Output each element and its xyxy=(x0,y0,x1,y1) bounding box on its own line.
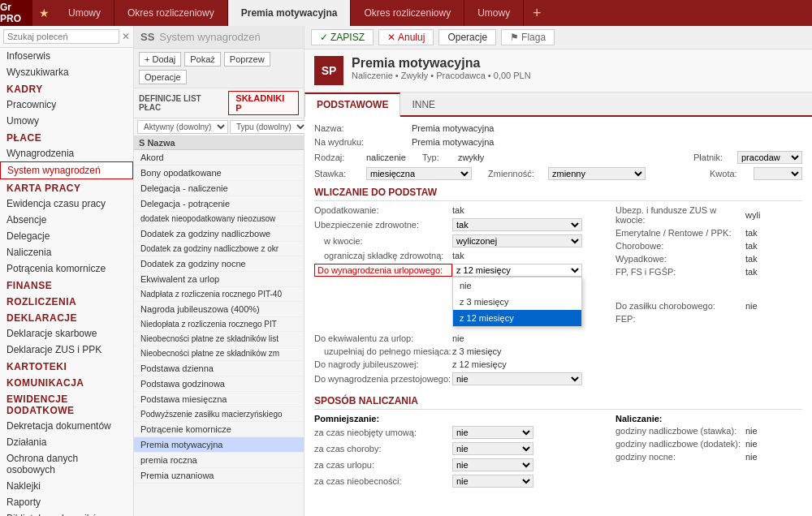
list-item[interactable]: Podwyższenie zasiłku macierzyńskiego xyxy=(134,407,304,422)
top-tab-umowy-2[interactable]: Umowy xyxy=(464,0,524,26)
sidebar-item-naliczenia[interactable]: Naliczenia xyxy=(0,244,133,260)
przestojowego-select[interactable]: nie xyxy=(452,372,582,385)
sidebar-item-biblioteka[interactable]: Biblioteka załączników xyxy=(0,510,133,516)
option-nie[interactable]: nie xyxy=(453,277,581,294)
wyn-urlopowe-select[interactable]: z 12 miesięcy xyxy=(452,264,582,277)
list-item[interactable]: Podstawa godzinowa xyxy=(134,376,304,392)
mid-col-header: S Nazwa xyxy=(134,136,304,150)
list-item[interactable]: Dodatek za godziny nocne xyxy=(134,256,304,272)
option-12m[interactable]: z 12 miesięcy xyxy=(453,310,581,326)
list-item[interactable]: Nadpłata z rozliczenia rocznego PIT-40 xyxy=(134,287,304,302)
sidebar-item-absencje[interactable]: Absencje xyxy=(0,212,133,228)
pin-icon[interactable]: ★ xyxy=(32,0,55,26)
list-item[interactable]: Nieobecności płatne ze składników zm xyxy=(134,346,304,361)
sidebar-item-ochrona[interactable]: Ochrona danych osobowych xyxy=(0,450,133,478)
wyn-urlopowe-options[interactable]: nie z 3 miesięcy z 12 miesięcy xyxy=(452,277,582,327)
ubezpieczenie-label: Ubezpieczenie zdrowotne: xyxy=(314,220,452,230)
top-tab-premia[interactable]: Premia motywacyjna xyxy=(228,0,352,26)
nagrody-label: Do nagrody jubileuszowej: xyxy=(314,359,452,369)
wyn-urlopowe-dropdown[interactable]: z 12 miesięcy nie z 3 miesięcy z 12 mies… xyxy=(452,264,582,277)
list-item[interactable]: Niedopłata z rozliczenia rocznego PIT xyxy=(134,317,304,332)
cancel-button[interactable]: ✕ Anuluj xyxy=(378,29,434,45)
sidebar-item-dekretacja[interactable]: Dekretacja dokumentów xyxy=(0,418,133,434)
sidebar-item-infoserwis[interactable]: Infoserwis xyxy=(0,48,133,64)
naliczanie-col: Naliczanie: godziny nadliczbowe (stawka)… xyxy=(615,414,802,491)
sidebar-item-pracownicy[interactable]: Pracownicy xyxy=(0,97,133,113)
nadliczbowe-stawka-value: nie xyxy=(745,426,758,436)
sidebar-item-dekl-zus[interactable]: Deklaracje ZUS i PPK xyxy=(0,342,133,358)
list-item[interactable]: dodatek nieopodatkowany nieozusow xyxy=(134,212,304,226)
sidebar-item-dekl-skarbowe[interactable]: Deklaracje skarbowe xyxy=(0,325,133,342)
sidebar-item-dzialania[interactable]: Działania xyxy=(0,434,133,450)
middle-panel: SS System wynagrodzeń + Dodaj Pokaż Popr… xyxy=(134,26,304,516)
list-item[interactable]: Premia uznaniowa xyxy=(134,468,304,484)
list-item[interactable]: Nieobecności płatne ze składników list xyxy=(134,332,304,346)
list-item[interactable]: Dodatek za godziny nadliczbowe z okr xyxy=(134,242,304,256)
rodzaj-row: Rodzaj: naliczenie Typ: zwykły Płatnik: … xyxy=(314,151,802,164)
platnik-select[interactable]: pracodaw xyxy=(737,151,802,164)
kwota-select[interactable] xyxy=(754,167,802,180)
list-item[interactable]: Podstawa miesięczna xyxy=(134,392,304,407)
nazwa-row: Nazwa: Premia motywacyjna xyxy=(314,123,802,133)
sidebar-pin-icon[interactable]: ✕ xyxy=(122,31,130,42)
stawka-select[interactable]: miesięczna xyxy=(366,167,472,180)
flag-button[interactable]: ⚑ Flaga xyxy=(501,29,555,45)
wkwocie-select[interactable]: wyliczonej xyxy=(452,234,582,247)
ubezpieczenie-row: Ubezpieczenie zdrowotne: tak xyxy=(314,218,607,231)
add-tab-button[interactable]: + xyxy=(524,0,550,26)
typ-filter[interactable]: Typu (dowolny) xyxy=(230,120,308,134)
list-item[interactable]: Delegacja - potrącenie xyxy=(134,196,304,212)
skladniki-tab[interactable]: SKŁADNIKI P xyxy=(228,91,299,115)
list-item[interactable]: premia roczna xyxy=(134,453,304,468)
option-3m[interactable]: z 3 miesięcy xyxy=(453,294,581,310)
ops-button[interactable]: Operacje xyxy=(139,70,187,84)
list-item-premia-mot[interactable]: Premia motywacyjna xyxy=(134,437,304,453)
wliczanie-right: Ubezp. i fundusze ZUS w kwocie: wyli Eme… xyxy=(615,205,802,389)
sidebar-item-ewidencja[interactable]: Ewidencja czasu pracy xyxy=(0,196,133,212)
tab-inne[interactable]: INNE xyxy=(400,92,447,115)
mid-list: Akord Bony opodatkowane Delegacja - nali… xyxy=(134,150,304,516)
sidebar-item-delegacje[interactable]: Delegacje xyxy=(0,228,133,244)
list-item[interactable]: Delegacja - naliczenie xyxy=(134,181,304,196)
sidebar-item-wyszukiwarka[interactable]: Wyszukiwarka xyxy=(0,64,133,80)
zmiennosc-select[interactable]: zmienny xyxy=(548,167,646,180)
prev-button[interactable]: Poprzew xyxy=(224,52,270,67)
top-tab-umowy-1[interactable]: Umowy xyxy=(55,0,114,26)
list-item[interactable]: Bony opodatkowane xyxy=(134,166,304,181)
pomniejszanie-col: Pomniejszanie: za czas nieobjęty umową: … xyxy=(314,414,599,491)
list-item[interactable]: Podstawa dzienna xyxy=(134,361,304,376)
tab-podstawowe[interactable]: PODSTAWOWE xyxy=(304,92,400,117)
emerytalny-label: Emerytalne / Rentowe / PPK: xyxy=(615,228,745,238)
list-item[interactable]: Dodatek za godziny nadliczbowe xyxy=(134,226,304,242)
chorobowe-row: Chorobowe: tak xyxy=(615,241,802,251)
list-item[interactable]: Akord xyxy=(134,150,304,166)
top-tab-okres-2[interactable]: Okres rozliczeniowy xyxy=(351,0,464,26)
ubezpieczenie-select[interactable]: tak xyxy=(452,218,582,231)
save-button[interactable]: ✓ ZAPISZ xyxy=(311,29,374,45)
sidebar-item-wynagrodzenia[interactable]: Wynagrodzenia xyxy=(0,145,133,161)
sidebar-item-raporty[interactable]: Raporty xyxy=(0,494,133,510)
list-item[interactable]: Nagroda jubileuszowa (400%) xyxy=(134,302,304,317)
wliczanie-cols: Opodatkowanie: tak Ubezpieczenie zdrowot… xyxy=(314,205,802,389)
operations-button[interactable]: Operacje xyxy=(438,29,496,45)
sidebar-item-system-wynagrodzen[interactable]: System wynagrodzeń xyxy=(0,161,133,179)
sidebar-item-naklejki[interactable]: Naklejki xyxy=(0,478,133,494)
nieobecnosci-select[interactable]: nie xyxy=(452,475,533,488)
main-layout: ✕ Infoserwis Wyszukiwarka KADRY Pracowni… xyxy=(0,26,812,516)
nieobjetaumowa-select[interactable]: nie xyxy=(452,426,533,439)
aktywny-filter[interactable]: Aktywny (dowolny) xyxy=(137,120,228,134)
add-button[interactable]: + Dodaj xyxy=(139,52,181,67)
wypadkowe-row: Wypadkowe: tak xyxy=(615,254,802,264)
sidebar-item-umowy[interactable]: Umowy xyxy=(0,113,133,129)
show-button[interactable]: Pokaż xyxy=(184,52,221,67)
choroby-select[interactable]: nie xyxy=(452,442,533,455)
list-item[interactable]: Ekwiwalent za urlop xyxy=(134,272,304,287)
search-input[interactable] xyxy=(3,29,119,44)
zmiennosc-label: Zmienność: xyxy=(488,169,545,178)
list-item[interactable]: Potrącenie komornicze xyxy=(134,422,304,437)
urlopu-select[interactable]: nie xyxy=(452,458,533,471)
urlopu-label: za czas urlopu: xyxy=(314,460,452,470)
top-tab-okres-1[interactable]: Okres rozliczeniowy xyxy=(114,0,228,26)
section-row: DEFINICJE LIST PŁAC SKŁADNIKI P xyxy=(134,88,304,118)
sidebar-item-potracenia[interactable]: Potrącenia komornicze xyxy=(0,260,133,277)
